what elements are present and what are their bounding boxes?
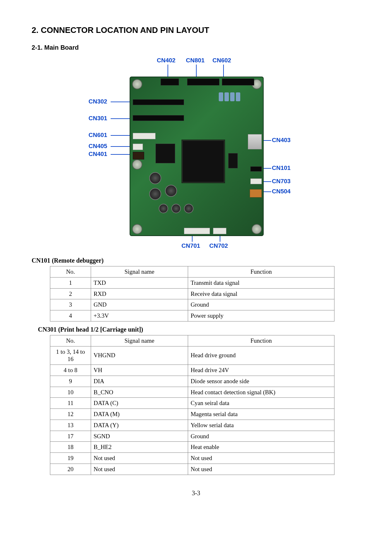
callout-line <box>111 102 130 102</box>
table-row: 1 to 3, 14 to 16VHGNDHead drive ground <box>50 346 334 365</box>
table-row: 11DATA (C)Cyan seiral data <box>50 398 334 409</box>
col-signal: Signal name <box>91 335 188 346</box>
cell-function: Head contact detection signal (BK) <box>188 387 334 398</box>
cell-signal: SGND <box>91 431 188 442</box>
cell-no: 10 <box>50 387 91 398</box>
callout-cn703: CN703 <box>272 178 291 185</box>
pcb-image <box>130 77 264 236</box>
table-row: 9DIADiode sensor anode side <box>50 376 334 387</box>
section-heading: 2. CONNECTOR LOCATION AND PIN LAYOUT <box>32 25 360 35</box>
callout-cn405: CN405 <box>89 143 107 150</box>
cell-no: 1 to 3, 14 to 16 <box>50 346 91 365</box>
page-number: 3-3 <box>32 490 360 497</box>
callout-line <box>223 65 224 78</box>
cell-signal: B_CNO <box>91 387 188 398</box>
table-cn301: No. Signal name Function 1 to 3, 14 to 1… <box>50 335 334 475</box>
callout-cn801: CN801 <box>186 57 205 64</box>
table-row: 2RXDReceive data signal <box>50 288 334 299</box>
callout-cn601: CN601 <box>89 132 107 139</box>
callout-line <box>111 146 130 147</box>
callout-line <box>111 135 130 136</box>
cell-function: Cyan seiral data <box>188 398 334 409</box>
cell-function: Yellow serial data <box>188 420 334 431</box>
cell-signal: Not used <box>91 464 188 475</box>
callout-line <box>168 65 168 78</box>
cell-signal: DATA (Y) <box>91 420 188 431</box>
cell-no: 9 <box>50 376 91 387</box>
table2-title: CN301 (Print head 1/2 [Carriage unit]) <box>38 326 360 333</box>
col-function: Function <box>188 335 334 346</box>
cell-signal: RXD <box>91 288 188 299</box>
cell-signal: DIA <box>91 376 188 387</box>
cell-function: Not used <box>188 453 334 464</box>
callout-cn403: CN403 <box>272 137 291 144</box>
table-row: 1TXDTransmit data signal <box>50 277 334 288</box>
cell-no: 13 <box>50 420 91 431</box>
cell-no: 19 <box>50 453 91 464</box>
cell-function: Ground <box>188 299 334 310</box>
col-signal: Signal name <box>91 266 188 278</box>
cell-signal: B_HE2 <box>91 442 188 453</box>
subsection-heading: 2-1. Main Board <box>32 44 360 51</box>
callout-cn504: CN504 <box>272 188 291 195</box>
table-row: 4 to 8VHHead drive 24V <box>50 365 334 376</box>
table-row: 4+3.3VPower supply <box>50 310 334 321</box>
table-row: 13DATA (Y)Yellow serial data <box>50 420 334 431</box>
callout-line <box>111 118 130 119</box>
cell-function: Ground <box>188 431 334 442</box>
cell-no: 3 <box>50 299 91 310</box>
cell-signal: VHGND <box>91 346 188 365</box>
cell-no: 12 <box>50 409 91 420</box>
cell-signal: TXD <box>91 277 188 288</box>
cell-signal: VH <box>91 365 188 376</box>
table1-title: CN101 (Remote debugger) <box>32 257 360 264</box>
col-function: Function <box>188 266 334 278</box>
cell-function: Diode sensor anode side <box>188 376 334 387</box>
cell-no: 2 <box>50 288 91 299</box>
table-row: 3GNDGround <box>50 299 334 310</box>
main-board-figure: CN402 CN801 CN602 CN302 CN301 CN601 CN40… <box>89 57 303 251</box>
callout-cn302: CN302 <box>89 98 107 105</box>
cell-function: Transmit data signal <box>188 277 334 288</box>
cell-function: Power supply <box>188 310 334 321</box>
table-cn101: No. Signal name Function 1TXDTransmit da… <box>50 266 334 321</box>
cell-signal: DATA (M) <box>91 409 188 420</box>
col-no: No. <box>50 335 91 346</box>
callout-line <box>196 65 197 78</box>
table-row: 10B_CNOHead contact detection signal (BK… <box>50 387 334 398</box>
callout-cn401: CN401 <box>89 151 107 158</box>
cell-no: 18 <box>50 442 91 453</box>
cell-function: Head drive ground <box>188 346 334 365</box>
cell-signal: DATA (C) <box>91 398 188 409</box>
table-header-row: No. Signal name Function <box>50 335 334 346</box>
cell-function: Magenta serial data <box>188 409 334 420</box>
cell-no: 17 <box>50 431 91 442</box>
col-no: No. <box>50 266 91 278</box>
cell-no: 20 <box>50 464 91 475</box>
table-row: 19Not usedNot used <box>50 453 334 464</box>
cell-no: 11 <box>50 398 91 409</box>
cell-no: 1 <box>50 277 91 288</box>
cell-no: 4 to 8 <box>50 365 91 376</box>
cell-function: Head drive 24V <box>188 365 334 376</box>
cell-function: Receive data signal <box>188 288 334 299</box>
callout-cn301: CN301 <box>89 115 107 122</box>
callout-cn101: CN101 <box>272 165 291 171</box>
table-row: 20Not usedNot used <box>50 464 334 475</box>
callout-cn402: CN402 <box>157 57 175 64</box>
cell-no: 4 <box>50 310 91 321</box>
cell-function: Heat enable <box>188 442 334 453</box>
cell-signal: GND <box>91 299 188 310</box>
cell-function: Not used <box>188 464 334 475</box>
table-header-row: No. Signal name Function <box>50 266 334 278</box>
callout-cn702: CN702 <box>209 242 228 249</box>
table-row: 18B_HE2Heat enable <box>50 442 334 453</box>
table-row: 12DATA (M)Magenta serial data <box>50 409 334 420</box>
cell-signal: +3.3V <box>91 310 188 321</box>
callout-cn602: CN602 <box>212 57 231 64</box>
cell-signal: Not used <box>91 453 188 464</box>
table-row: 17SGNDGround <box>50 431 334 442</box>
callout-cn701: CN701 <box>181 242 200 249</box>
